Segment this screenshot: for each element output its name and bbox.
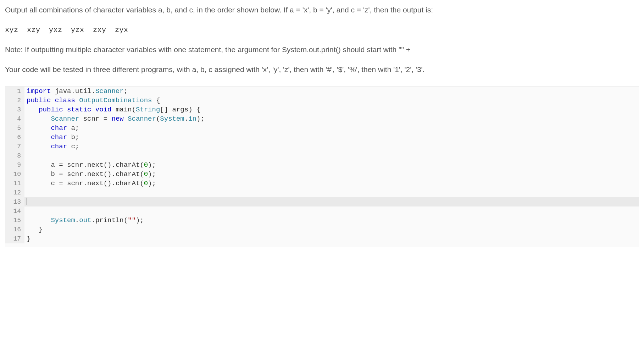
code-content[interactable]: char a; [24, 123, 639, 133]
prompt-paragraph-2: Note: If outputting multiple character v… [5, 44, 639, 56]
code-content[interactable]: char c; [24, 142, 639, 151]
code-line[interactable]: 5 char a; [5, 123, 639, 133]
code-content[interactable]: c = scnr.next().charAt(0); [24, 179, 639, 188]
line-number: 15 [5, 216, 24, 225]
code-content[interactable]: import java.util.Scanner; [24, 87, 639, 96]
code-content[interactable]: a = scnr.next().charAt(0); [24, 160, 639, 170]
code-line[interactable]: 16 } [5, 225, 639, 234]
line-number: 9 [5, 160, 24, 170]
line-number: 2 [5, 96, 24, 105]
line-number: 1 [5, 87, 24, 96]
code-line[interactable]: 10 b = scnr.next().charAt(0); [5, 170, 639, 179]
code-content[interactable] [24, 188, 639, 197]
line-number: 8 [5, 151, 24, 160]
code-line[interactable]: 11 c = scnr.next().charAt(0); [5, 179, 639, 188]
code-line[interactable]: 7 char c; [5, 142, 639, 151]
code-line[interactable]: 12 [5, 188, 639, 197]
code-content[interactable]: b = scnr.next().charAt(0); [24, 170, 639, 179]
line-number: 17 [5, 234, 24, 243]
code-content[interactable] [24, 151, 639, 160]
code-line[interactable]: 14 [5, 206, 639, 216]
line-number: 7 [5, 142, 24, 151]
code-content[interactable]: } [24, 234, 639, 243]
code-content[interactable]: System.out.println(""); [24, 216, 639, 225]
line-number: 3 [5, 105, 24, 114]
code-content[interactable]: } [24, 225, 639, 234]
code-line[interactable]: 17} [5, 234, 639, 243]
line-number: 6 [5, 133, 24, 142]
code-content[interactable]: char b; [24, 133, 639, 142]
code-line[interactable]: 2public class OutputCombinations { [5, 96, 639, 105]
line-number: 13 [5, 197, 24, 206]
code-content[interactable] [24, 206, 639, 216]
code-line[interactable]: 13 [5, 197, 639, 206]
code-content[interactable]: public static void main(String[] args) { [24, 105, 639, 114]
code-line[interactable]: 9 a = scnr.next().charAt(0); [5, 160, 639, 170]
code-line[interactable]: 8 [5, 151, 639, 160]
line-number: 11 [5, 179, 24, 188]
line-number: 12 [5, 188, 24, 197]
line-number: 16 [5, 225, 24, 234]
problem-statement: Output all combinations of character var… [5, 4, 639, 76]
code-content[interactable] [24, 197, 639, 206]
code-line[interactable]: 6 char b; [5, 133, 639, 142]
line-number: 10 [5, 170, 24, 179]
prompt-paragraph-3: Your code will be tested in three differ… [5, 64, 639, 76]
code-line[interactable]: 3 public static void main(String[] args)… [5, 105, 639, 114]
code-content[interactable]: public class OutputCombinations { [24, 96, 639, 105]
code-line[interactable]: 4 Scanner scnr = new Scanner(System.in); [5, 114, 639, 123]
line-number: 5 [5, 123, 24, 133]
code-content[interactable]: Scanner scnr = new Scanner(System.in); [24, 114, 639, 123]
code-line[interactable]: 1import java.util.Scanner; [5, 87, 639, 96]
code-line[interactable]: 15 System.out.println(""); [5, 216, 639, 225]
line-number: 14 [5, 206, 24, 216]
sample-output: xyz xzy yxz yzx zxy zyx [5, 24, 639, 35]
text-caret [27, 198, 27, 205]
code-editor[interactable]: 1import java.util.Scanner;2public class … [5, 86, 639, 247]
prompt-paragraph-1: Output all combinations of character var… [5, 4, 639, 16]
line-number: 4 [5, 114, 24, 123]
